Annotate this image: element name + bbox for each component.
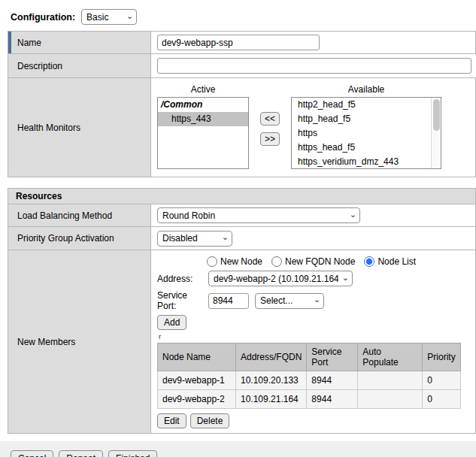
member-actions: Edit Delete [157, 413, 469, 428]
address-select[interactable]: dev9-webapp-2 (10.109.21.164) [208, 271, 353, 286]
cancel-button[interactable]: Cancel [11, 450, 53, 457]
address-fqdn-cell: 10.109.21.164 [236, 390, 307, 409]
new-node-radio-option[interactable]: New Node [207, 256, 262, 267]
add-row: Add [157, 315, 469, 330]
node-list-radio[interactable] [364, 256, 374, 267]
available-column-label: Available [291, 84, 441, 95]
address-select-wrap: dev9-webapp-2 (10.109.21.164) ⌄ [208, 271, 353, 286]
listbox-item[interactable]: http2_head_f5 [292, 98, 430, 112]
load-balancing-method-label: Load Balancing Method [17, 210, 112, 221]
delete-button[interactable]: Delete [190, 413, 230, 428]
column-header-node-name: Node Name [158, 344, 236, 371]
name-input[interactable] [157, 35, 320, 50]
member-type-radios: New Node New FQDN Node Node List [207, 256, 469, 267]
description-value-cell [151, 54, 476, 77]
load-balancing-method-row: Load Balancing Method Round Robin ⌄ [8, 204, 476, 227]
priority-group-activation-label: Priority Group Activation [17, 233, 114, 244]
load-balancing-select-wrap: Round Robin ⌄ [157, 207, 360, 223]
service-port-cell: 8944 [307, 371, 358, 390]
health-monitors-label-cell: Health Monitors [8, 78, 151, 177]
member-row[interactable]: dev9-webapp-1 10.109.20.133 8944 0 [158, 371, 461, 390]
port-select-wrap: Select... ⌄ [255, 293, 324, 309]
new-members-label-cell: New Members [8, 250, 151, 433]
priority-group-activation-value-cell: Disabled ⌄ [151, 227, 475, 250]
repeat-button[interactable]: Repeat [59, 450, 103, 457]
listbox-item-common-folder[interactable]: /Common [158, 98, 248, 112]
priority-cell: 0 [423, 390, 460, 409]
finished-button[interactable]: Finished [108, 450, 157, 457]
load-balancing-method-value-cell: Round Robin ⌄ [151, 204, 475, 226]
column-header-service-port: Service Port [307, 344, 358, 371]
configuration-select-wrap: Basic ⌄ [81, 9, 137, 25]
listbox-item[interactable]: https [292, 126, 430, 141]
address-fqdn-cell: 10.109.20.133 [236, 371, 307, 390]
description-row: Description [8, 54, 476, 78]
member-row[interactable]: dev9-webapp-2 10.109.21.164 8944 0 [158, 390, 461, 409]
new-node-radio-label: New Node [220, 256, 262, 267]
new-members-value-cell: New Node New FQDN Node Node List Address… [151, 250, 475, 433]
scrollbar-thumb[interactable] [433, 99, 440, 131]
name-row: Name [8, 32, 476, 54]
configuration-select[interactable]: Basic [81, 9, 137, 25]
column-header-auto-populate: Auto Populate [358, 344, 423, 371]
spacer [249, 84, 291, 95]
service-port-row: Service Port: Select... ⌄ [157, 290, 469, 311]
priority-group-select-wrap: Disabled ⌄ [157, 231, 232, 247]
available-monitors-listbox[interactable]: http2_head_f5 http_head_f5 https https_h… [291, 97, 441, 169]
resources-section-header: Resources [8, 188, 476, 204]
port-select[interactable]: Select... [255, 293, 324, 309]
new-members-label: New Members [17, 337, 75, 347]
priority-cell: 0 [423, 371, 460, 390]
priority-group-activation-row: Priority Group Activation Disabled ⌄ [8, 227, 476, 250]
service-port-label: Service Port: [157, 290, 208, 311]
name-value-cell [151, 32, 475, 53]
service-port-cell: 8944 [307, 390, 358, 409]
move-to-active-button[interactable]: << [260, 112, 280, 126]
scrollbar[interactable] [431, 98, 441, 168]
new-members-row: New Members New Node New FQDN Node Node … [8, 250, 476, 434]
auto-populate-cell [358, 371, 423, 390]
name-label: Name [17, 38, 41, 48]
node-name-cell: dev9-webapp-2 [158, 390, 236, 409]
node-list-radio-option[interactable]: Node List [364, 256, 416, 267]
health-monitors-boxes: /Common https_443 << >> http2_head_f5 ht… [157, 97, 469, 169]
listbox-item-https-443[interactable]: https_443 [158, 112, 248, 126]
description-label-cell: Description [8, 54, 151, 77]
add-button[interactable]: Add [157, 315, 186, 330]
new-fqdn-node-radio-option[interactable]: New FQDN Node [271, 256, 355, 267]
move-buttons: << >> [259, 112, 281, 169]
configuration-label: Configuration: [11, 12, 75, 23]
edit-button[interactable]: Edit [157, 413, 186, 428]
resources-table: Load Balancing Method Round Robin ⌄ Prio… [8, 204, 476, 434]
health-monitors-value-cell: Active Available /Common https_443 << >>… [151, 78, 475, 177]
new-fqdn-node-radio[interactable] [271, 256, 282, 267]
members-table: Node Name Address/FQDN Service Port Auto… [157, 343, 461, 409]
health-monitors-column-labels: Active Available [157, 84, 469, 95]
description-label: Description [17, 61, 62, 71]
members-table-header-row: Node Name Address/FQDN Service Port Auto… [158, 344, 461, 371]
health-monitors-row: Health Monitors Active Available /Common… [8, 78, 476, 177]
priority-group-activation-select[interactable]: Disabled [157, 231, 232, 247]
name-label-cell: Name [8, 32, 151, 53]
service-port-input[interactable] [208, 293, 249, 309]
new-node-radio[interactable] [207, 256, 217, 267]
description-input[interactable] [157, 58, 471, 74]
load-balancing-method-select[interactable]: Round Robin [157, 207, 360, 223]
listbox-item[interactable]: http_head_f5 [292, 112, 430, 126]
address-row: Address: dev9-webapp-2 (10.109.21.164) ⌄ [157, 271, 469, 286]
active-monitors-listbox[interactable]: /Common https_443 [157, 97, 249, 169]
node-name-cell: dev9-webapp-1 [158, 371, 236, 390]
stray-text: r [159, 334, 469, 340]
footer-bar: Cancel Repeat Finished [0, 441, 476, 457]
priority-group-activation-label-cell: Priority Group Activation [8, 227, 151, 250]
column-header-address-fqdn: Address/FQDN [236, 344, 307, 371]
node-list-radio-label: Node List [377, 256, 416, 267]
auto-populate-cell [358, 390, 423, 409]
active-column-label: Active [157, 84, 249, 95]
listbox-item[interactable]: https_veridium_dmz_443 [292, 155, 430, 169]
required-marker [8, 32, 11, 53]
move-to-available-button[interactable]: >> [260, 132, 280, 146]
listbox-item[interactable]: https_head_f5 [292, 141, 430, 155]
health-monitors-label: Health Monitors [17, 123, 80, 133]
load-balancing-method-label-cell: Load Balancing Method [8, 204, 151, 226]
